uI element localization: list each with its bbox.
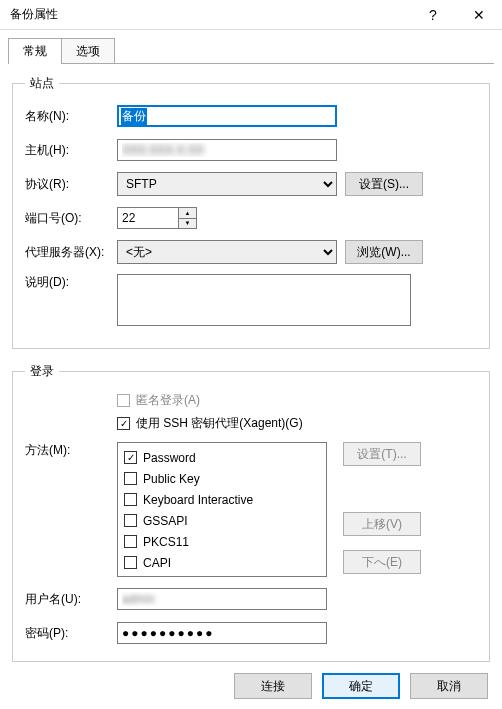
tab-general[interactable]: 常规 [8,38,62,64]
method-keyboard-checkbox[interactable] [124,493,137,506]
host-label: 主机(H): [25,142,117,159]
proxy-browse-button[interactable]: 浏览(W)... [345,240,423,264]
close-icon[interactable]: ✕ [456,0,502,30]
ok-button[interactable]: 确定 [322,673,400,699]
name-input[interactable]: 备份 [117,105,337,127]
port-input[interactable] [118,208,178,228]
username-input[interactable] [117,588,327,610]
window-title: 备份属性 [10,6,410,23]
tab-options[interactable]: 选项 [61,38,115,64]
anonymous-checkbox [117,394,130,407]
username-label: 用户名(U): [25,591,117,608]
titlebar: 备份属性 ? ✕ [0,0,502,30]
proxy-label: 代理服务器(X): [25,244,117,261]
method-gssapi-checkbox[interactable] [124,514,137,527]
desc-textarea[interactable] [117,274,411,326]
port-down-icon[interactable]: ▼ [179,219,196,229]
port-label: 端口号(O): [25,210,117,227]
method-pkcs11-checkbox[interactable] [124,535,137,548]
host-input[interactable] [117,139,337,161]
method-listbox[interactable]: Password Public Key Keyboard Interactive… [117,442,327,577]
ssh-agent-label: 使用 SSH 密钥代理(Xagent)(G) [136,415,303,432]
method-label: 方法(M): [25,442,117,459]
method-publickey-checkbox[interactable] [124,472,137,485]
password-input[interactable] [117,622,327,644]
method-password-checkbox[interactable] [124,451,137,464]
ssh-agent-checkbox-row[interactable]: 使用 SSH 密钥代理(Xagent)(G) [25,415,477,432]
cancel-button[interactable]: 取消 [410,673,488,699]
anonymous-label: 匿名登录(A) [136,392,200,409]
name-label: 名称(N): [25,108,117,125]
protocol-label: 协议(R): [25,176,117,193]
site-group: 站点 名称(N): 备份 主机(H): 协议(R): SFTP 设置(S)... [12,75,490,349]
anonymous-checkbox-row: 匿名登录(A) [25,392,477,409]
login-legend: 登录 [25,363,59,380]
help-icon[interactable]: ? [410,0,456,30]
proxy-select[interactable]: <无> [117,240,337,264]
protocol-select[interactable]: SFTP [117,172,337,196]
method-settings-button: 设置(T)... [343,442,421,466]
move-down-button: 下へ(E) [343,550,421,574]
protocol-settings-button[interactable]: 设置(S)... [345,172,423,196]
login-group: 登录 匿名登录(A) 使用 SSH 密钥代理(Xagent)(G) 方法(M):… [12,363,490,662]
port-up-icon[interactable]: ▲ [179,208,196,219]
desc-label: 说明(D): [25,274,117,291]
connect-button[interactable]: 连接 [234,673,312,699]
site-legend: 站点 [25,75,59,92]
port-spinner[interactable]: ▲ ▼ [117,207,197,229]
move-up-button: 上移(V) [343,512,421,536]
tab-strip: 常规 选项 [8,38,502,64]
password-label: 密码(P): [25,625,117,642]
ssh-agent-checkbox[interactable] [117,417,130,430]
dialog-footer: 连接 确定 取消 [234,673,488,699]
method-capi-checkbox[interactable] [124,556,137,569]
